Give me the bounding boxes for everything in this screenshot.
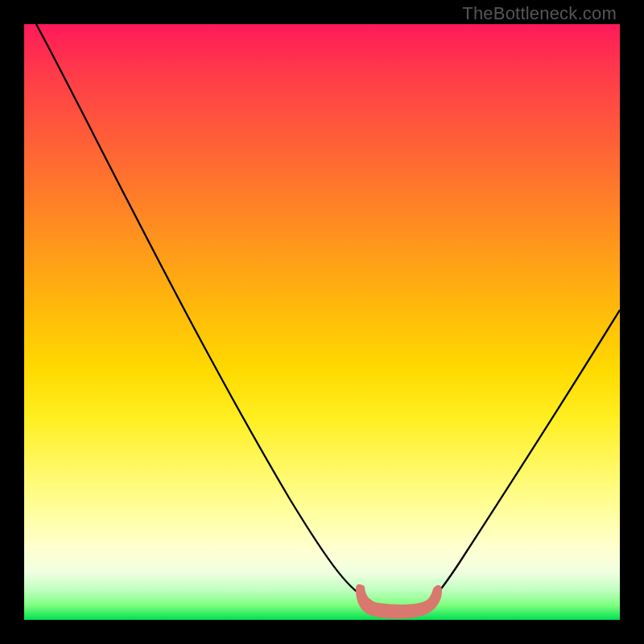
curve-overlay bbox=[24, 24, 620, 620]
bottleneck-curve bbox=[36, 24, 620, 607]
watermark-text: TheBottleneck.com bbox=[462, 3, 617, 24]
chart-frame: TheBottleneck.com bbox=[0, 0, 644, 644]
sweet-spot-band bbox=[358, 587, 440, 617]
